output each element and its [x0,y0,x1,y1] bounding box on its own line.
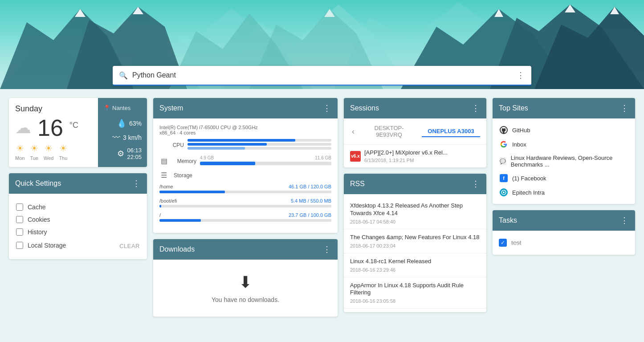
cpu-bars [187,139,331,151]
sessions-card: Sessions ⋮ ‹ DESKTOP-9E93VRQ ONEPLUS A30… [344,98,486,167]
task-label-0: test [511,239,522,246]
right-column: Top Sites ⋮ GitHub Inbox 💬 [493,98,635,317]
download-icon: ⬇ [159,273,331,292]
forecast-label-tue: Tue [30,155,38,161]
rss-more-icon[interactable]: ⋮ [472,179,480,189]
checkbox-cache: Cache [16,201,140,213]
github-site-name: GitHub [512,127,530,134]
sessions-body: ‹ DESKTOP-9E93VRQ ONEPLUS A3003 v6.x [AP… [344,118,486,167]
clear-button[interactable]: CLEAR [119,243,140,249]
forecast-label-thu: Thu [59,155,67,161]
forecast-wed: ☀ Wed [44,143,53,161]
rss-item-3[interactable]: AppArmor In Linux 4.18 Supports Audit Ru… [344,277,486,309]
weather-humidity-row: 💧 63% [103,118,142,128]
memory-row: ▤ Memory 4.9 GB 11.6 GB [159,155,331,167]
site-item-github[interactable]: GitHub [495,123,632,137]
rss-body: Xfdesktop 4.13.2 Released As Another Ste… [344,194,486,312]
svg-point-18 [503,191,505,193]
sessions-tab-desktop[interactable]: DESKTOP-9E93VRQ [360,123,418,140]
storage-boot-name: /boot/efi [159,198,177,204]
site-item-phoronix[interactable]: 💬 Linux Hardware Reviews, Open-Source Be… [495,151,632,171]
weather-side-panel: 📍 Nantes 💧 63% 〰 3 km/h ⚙ 06:13 22:05 [98,98,147,167]
sessions-column: Sessions ⋮ ‹ DESKTOP-9E93VRQ ONEPLUS A30… [344,98,486,317]
quick-settings-card: Quick Settings ⋮ Cache Cookies History [9,173,147,259]
top-sites-more-icon[interactable]: ⋮ [620,103,629,113]
session-item[interactable]: v6.x [APP][2.0+] MiXplorer v6.x Rel... 6… [344,144,486,167]
cookies-checkbox[interactable] [16,216,23,223]
top-sites-header: Top Sites ⋮ [493,98,635,118]
rss-item-title-2: Linux 4.18-rc1 Kernel Released [350,258,480,265]
task-item-0: ✓ test [499,236,629,249]
epitech-site-name: Epitech Intra [512,189,545,196]
phoronix-favicon: 💬 [500,157,506,165]
tasks-card: Tasks ⋮ ✓ test [493,210,635,255]
main-content: Sunday ☁ 16 °C ☀ Mon ☀ Tue ☀ [0,94,644,321]
session-item-detail: [APP][2.0+] MiXplorer v6.x Rel... 6/13/2… [364,149,448,163]
sun-icon-thu: ☀ [59,143,67,154]
site-item-inbox[interactable]: Inbox [495,137,632,151]
storage-home-size: 46.1 GB / 120.0 GB [289,184,331,189]
tasks-more-icon[interactable]: ⋮ [620,216,629,225]
top-sites-body: GitHub Inbox 💬 Linux Hardware Reviews, O… [493,118,635,204]
storage-boot-size: 5.4 MB / 550.0 MB [291,198,331,204]
storage-root-name: / [159,212,161,218]
clock-icon: ⚙ [117,149,124,159]
rss-card: RSS ⋮ Xfdesktop 4.13.2 Released As Anoth… [344,174,486,312]
checkbox-history: History [16,226,140,238]
weather-card: Sunday ☁ 16 °C ☀ Mon ☀ Tue ☀ [9,98,147,167]
sessions-tab-oneplus[interactable]: ONEPLUS A3003 [422,126,480,137]
forecast-tue: ☀ Tue [30,143,38,161]
cache-checkbox[interactable] [16,204,23,211]
rss-item-2[interactable]: Linux 4.18-rc1 Kernel Released 2018-06-1… [344,253,486,277]
cache-label: Cache [28,204,45,211]
task-checkbox-0[interactable]: ✓ [499,239,507,247]
quick-settings-more-icon[interactable]: ⋮ [132,179,141,188]
epitech-favicon [500,188,508,196]
rss-item-date-2: 2018-06-16 23:29:46 [350,267,480,273]
sessions-more-icon[interactable]: ⋮ [472,103,480,113]
storage-icon: ☰ [159,171,168,179]
system-title: System [159,104,183,112]
rss-item-title-1: The Changes &amp; New Features For Linux… [350,234,480,241]
search-more-icon[interactable]: ⋮ [517,70,525,80]
site-item-epitech[interactable]: Epitech Intra [495,185,632,200]
system-header: System ⋮ [153,98,338,118]
sun-icon-tue: ☀ [30,143,38,154]
system-card: System ⋮ Intel(R) Core(TM) i7-6500U CPU … [153,98,338,233]
sun-icon-wed: ☀ [45,143,53,154]
session-app: v6.x [APP][2.0+] MiXplorer v6.x Rel... 6… [350,149,480,163]
system-body: Intel(R) Core(TM) i7-6500U CPU @ 2.50GHz… [153,118,338,233]
history-checkbox[interactable] [16,228,23,236]
downloads-empty-label: You have no downloads. [159,296,331,303]
tasks-header: Tasks ⋮ [493,210,635,231]
tasks-title: Tasks [499,216,517,224]
sessions-prev-button[interactable]: ‹ [350,127,356,136]
cpu-arch: x86_64 · 4 cores [159,130,331,135]
storage-home: /home 46.1 GB / 120.0 GB [159,184,331,195]
session-item-time: 6/13/2018, 1:19:21 PM [364,158,448,163]
quick-settings-header: Quick Settings ⋮ [9,173,147,194]
cpu-label: CPU [159,142,184,148]
storage-boot-row: /boot/efi 5.4 MB / 550.0 MB [159,198,331,209]
storage-header-row: ☰ Storage [159,171,331,179]
downloads-card: Downloads ⋮ ⬇ You have no downloads. [153,239,338,317]
downloads-more-icon[interactable]: ⋮ [323,244,331,254]
left-column: Sunday ☁ 16 °C ☀ Mon ☀ Tue ☀ [9,98,147,317]
system-more-icon[interactable]: ⋮ [323,103,331,113]
local-storage-checkbox[interactable] [16,242,23,249]
storage-label: Storage [174,172,192,179]
humidity-icon: 💧 [117,118,126,128]
sessions-header: Sessions ⋮ [344,98,486,118]
rss-item-1[interactable]: The Changes &amp; New Features For Linux… [344,229,486,253]
downloads-title: Downloads [159,245,195,253]
downloads-body: ⬇ You have no downloads. [153,260,338,317]
weather-day: Sunday [15,104,92,114]
search-input[interactable] [132,71,517,79]
site-item-facebook[interactable]: f (1) Facebook [495,171,632,185]
session-item-title: [APP][2.0+] MiXplorer v6.x Rel... [364,149,448,156]
storage-root-row: / 23.7 GB / 100.0 GB [159,212,331,223]
tasks-body: ✓ test [493,231,635,255]
rss-item-0[interactable]: Xfdesktop 4.13.2 Released As Another Ste… [344,198,486,229]
quick-settings-title: Quick Settings [15,179,61,187]
github-favicon [500,126,508,134]
